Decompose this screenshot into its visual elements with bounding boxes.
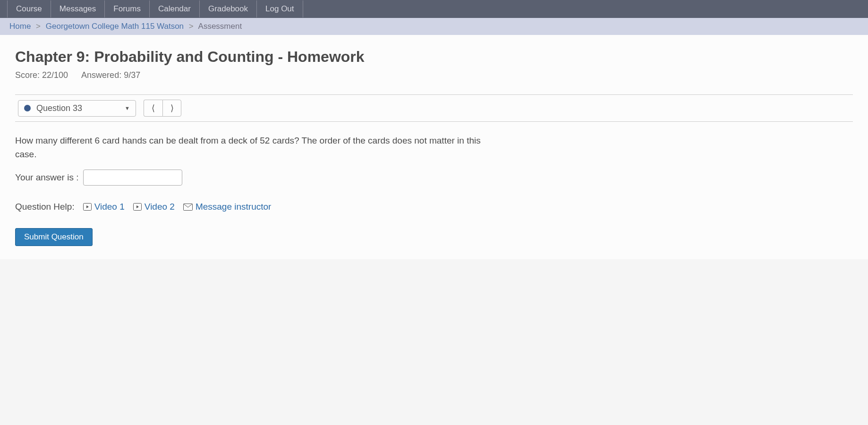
question-text: How many different 6 card hands can be d… bbox=[15, 134, 487, 161]
answer-input[interactable] bbox=[83, 170, 182, 186]
score-label: Score: 22/100 bbox=[15, 70, 68, 80]
nav-tab-logout[interactable]: Log Out bbox=[257, 0, 303, 17]
breadcrumb-home[interactable]: Home bbox=[9, 22, 31, 31]
nav-tab-forums[interactable]: Forums bbox=[105, 0, 150, 17]
breadcrumb-course[interactable]: Georgetown College Math 115 Watson bbox=[46, 22, 184, 31]
submit-question-button[interactable]: Submit Question bbox=[15, 228, 93, 246]
nav-tab-gradebook[interactable]: Gradebook bbox=[200, 0, 257, 17]
breadcrumb: Home > Georgetown College Math 115 Watso… bbox=[0, 18, 868, 35]
nav-tab-course[interactable]: Course bbox=[7, 0, 51, 17]
prev-question-button[interactable]: ⟨ bbox=[144, 100, 162, 117]
mail-icon bbox=[183, 204, 193, 211]
breadcrumb-sep: > bbox=[36, 22, 41, 31]
help-message-link[interactable]: Message instructor bbox=[183, 202, 272, 212]
nav-tab-messages[interactable]: Messages bbox=[51, 0, 105, 17]
chevron-right-icon: ⟩ bbox=[170, 103, 174, 113]
question-status-dot-icon bbox=[24, 105, 31, 111]
next-question-button[interactable]: ⟩ bbox=[162, 100, 181, 117]
answer-row: Your answer is : bbox=[15, 170, 853, 186]
chevron-left-icon: ⟨ bbox=[152, 103, 155, 113]
play-icon bbox=[133, 203, 142, 211]
question-header: Question 33 ▼ ⟨ ⟩ bbox=[15, 94, 853, 122]
svg-marker-3 bbox=[136, 205, 139, 208]
top-nav: Course Messages Forums Calendar Gradeboo… bbox=[0, 0, 868, 18]
score-row: Score: 22/100 Answered: 9/37 bbox=[15, 70, 853, 80]
question-selector[interactable]: Question 33 ▼ bbox=[18, 100, 136, 117]
help-video1-link[interactable]: Video 1 bbox=[83, 202, 125, 212]
main-content: Chapter 9: Probability and Counting - Ho… bbox=[0, 35, 868, 259]
help-message-label: Message instructor bbox=[196, 202, 272, 212]
help-video1-label: Video 1 bbox=[94, 202, 125, 212]
help-label: Question Help: bbox=[15, 202, 75, 212]
breadcrumb-current: Assessment bbox=[198, 22, 242, 31]
svg-marker-1 bbox=[86, 205, 89, 208]
help-video2-link[interactable]: Video 2 bbox=[133, 202, 175, 212]
help-row: Question Help: Video 1 Video 2 Message i… bbox=[15, 202, 853, 212]
question-nav-buttons: ⟨ ⟩ bbox=[144, 100, 181, 117]
answered-label: Answered: 9/37 bbox=[81, 70, 140, 80]
nav-tab-calendar[interactable]: Calendar bbox=[150, 0, 200, 17]
question-number-label: Question 33 bbox=[36, 103, 125, 113]
help-video2-label: Video 2 bbox=[145, 202, 175, 212]
chevron-down-icon: ▼ bbox=[125, 105, 130, 111]
breadcrumb-sep: > bbox=[189, 22, 194, 31]
play-icon bbox=[83, 203, 92, 211]
answer-label: Your answer is : bbox=[15, 172, 78, 183]
page-title: Chapter 9: Probability and Counting - Ho… bbox=[15, 48, 853, 66]
